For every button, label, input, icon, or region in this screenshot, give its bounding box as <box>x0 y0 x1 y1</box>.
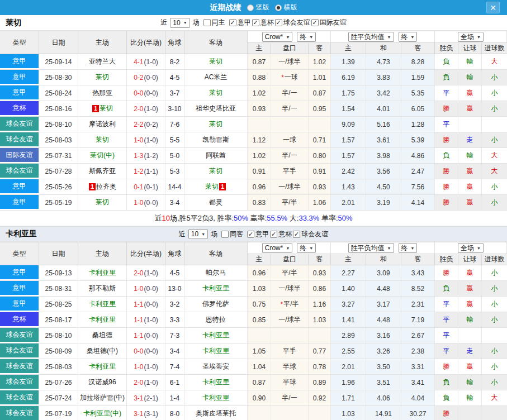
corner-count: 3-10 <box>165 101 184 116</box>
fulltime-score: 1-0 <box>134 285 143 293</box>
league-filter[interactable]: ✓意杯 <box>252 18 274 27</box>
summary-segment: 10 <box>162 214 169 222</box>
home-team: 亚特兰大 <box>78 54 127 69</box>
avg-draw: 4.48 <box>366 281 401 296</box>
result-goals: 小 <box>482 281 507 296</box>
avg-away: 2.38 <box>401 343 435 359</box>
avg-away: 5.35 <box>401 85 435 101</box>
opponent-team-name: 帕尔马 <box>206 268 226 278</box>
col-home: 主场 <box>78 31 127 54</box>
opponent-team-name: 阿联酋 <box>206 151 226 160</box>
league-filter[interactable]: ✓国际友谊 <box>311 18 347 27</box>
layout-radio-horizontal[interactable]: 横版 <box>275 3 297 12</box>
odds-away: 0.87 <box>309 85 331 101</box>
summary-segment: 50% <box>234 214 248 222</box>
league-filter[interactable]: ✓意甲 <box>229 18 251 27</box>
corner-count: 3-2 <box>165 297 184 312</box>
match-row: 球会友谊25-07-24加拉塔萨雷(中)3-1(2-1)1-4卡利亚里0.90半… <box>0 390 507 406</box>
score: 1-2(1-1) <box>127 164 165 179</box>
odds-home: 1.05 <box>248 343 271 359</box>
team2-name: 卡利亚里 <box>0 229 37 239</box>
checkbox-checked-icon[interactable]: ✓ <box>275 19 282 26</box>
radio-selected-icon[interactable] <box>275 4 282 11</box>
result-handicap: 輸 <box>458 390 482 405</box>
league-filter[interactable]: ✓意甲 <box>247 230 269 239</box>
match-type-badge: 意甲 <box>0 179 39 194</box>
checkbox-unchecked-icon[interactable] <box>203 19 211 26</box>
odds-time-select[interactable]: 终 <box>297 32 316 42</box>
away-team: 莱切 <box>184 85 248 101</box>
near-count-select[interactable]: 10 <box>188 229 208 239</box>
odds-home: 0.85 <box>248 312 271 327</box>
match-date: 25-08-10 <box>39 117 78 132</box>
close-button[interactable]: ✕ <box>486 2 500 13</box>
avg-type-select[interactable]: 胜平负均值 <box>348 243 394 253</box>
scope-select[interactable]: 全场 <box>458 32 484 42</box>
checkbox-checked-icon[interactable]: ✓ <box>311 19 319 26</box>
result-win-lose-value: 勝 <box>443 362 450 371</box>
avg-away: 4.14 <box>401 195 435 210</box>
league-filter[interactable]: ✓球会友谊 <box>275 18 310 27</box>
odds-time-select[interactable]: 终 <box>297 243 316 253</box>
result-win-lose: 平 <box>435 312 458 327</box>
checkbox-checked-icon[interactable]: ✓ <box>229 19 236 26</box>
result-win-lose-value: 平 <box>443 331 450 340</box>
match-row: 球会友谊25-07-28斯佩齐亚1-2(1-1)5-3莱切0.91平手0.912… <box>0 164 507 179</box>
col-date: 日期 <box>39 31 78 54</box>
focus-team-name: 卡利亚里 <box>202 393 229 403</box>
match-type-badge: 意甲 <box>0 281 39 296</box>
avg-home: 1.03 <box>331 406 366 420</box>
league-filters: ✓意甲✓意杯✓球会友谊 <box>246 230 328 239</box>
avg-draw: 3.83 <box>366 70 401 85</box>
result-goals-value: 大 <box>491 151 498 160</box>
checkbox-checked-icon[interactable]: ✓ <box>270 231 277 238</box>
result-goals-value: 小 <box>491 198 498 207</box>
home-team: 卡利亚里(中) <box>78 406 127 420</box>
checkbox-checked-icon[interactable]: ✓ <box>293 231 300 238</box>
odds-company-select[interactable]: Crow* <box>262 243 293 253</box>
handicap-line: 半/一 <box>271 85 309 101</box>
away-team: 凯勒雷斯 <box>184 132 248 147</box>
odds-home: 0.91 <box>248 164 271 179</box>
halftime-score: (0-0) <box>144 89 158 97</box>
checkbox-checked-icon[interactable]: ✓ <box>247 231 254 238</box>
same-venue-filter[interactable]: 同主 <box>203 18 225 27</box>
odds-home <box>248 117 271 132</box>
focus-team-name: 卡利亚里 <box>202 346 229 356</box>
near-count-select[interactable]: 10 <box>170 18 189 28</box>
odds-home: 1.03 <box>248 281 271 296</box>
odds-away: 0.78 <box>309 359 331 374</box>
fulltime-score: 1-2 <box>134 168 143 175</box>
score: 1-0(1-0) <box>127 132 165 147</box>
avg-time-select[interactable]: 终 <box>399 243 418 253</box>
checkbox-unchecked-icon[interactable] <box>221 231 229 238</box>
result-handicap: 輸 <box>458 54 482 69</box>
summary-segment: 赢率: <box>248 213 267 223</box>
result-win-lose: 勝 <box>435 359 458 374</box>
corner-count: 1-4 <box>165 390 184 405</box>
halftime-score: (0-0) <box>144 300 158 308</box>
avg-type-select[interactable]: 胜平负均值 <box>348 32 394 42</box>
match-row: 球会友谊25-08-03卡利亚里1-0(1-0)7-4圣埃蒂安1.04半球0.7… <box>0 359 507 375</box>
avg-time-select[interactable]: 终 <box>399 32 418 42</box>
league-filter[interactable]: ✓球会友谊 <box>293 230 328 239</box>
odds-away: 0.95 <box>309 101 331 116</box>
handicap-line: 半/一 <box>271 148 309 163</box>
match-date: 25-08-09 <box>39 343 78 359</box>
result-win-lose-value: 負 <box>443 73 450 82</box>
scope-select[interactable]: 全场 <box>458 243 484 253</box>
opponent-team-name: 桑坦德 <box>92 331 112 340</box>
col-result-handicap: 让球 <box>458 254 482 265</box>
opponent-team-name: 热那亚 <box>92 88 112 98</box>
same-venue-filter[interactable]: 同客 <box>221 230 243 239</box>
checkbox-checked-icon[interactable]: ✓ <box>252 19 259 26</box>
radio-unselected-icon[interactable] <box>247 4 254 11</box>
opponent-team-name: 都灵 <box>209 198 222 207</box>
layout-radio-vertical[interactable]: 竖版 <box>247 3 269 12</box>
team2-filters: 近 10 场 同客 ✓意甲✓意杯✓球会友谊 <box>179 229 328 239</box>
league-filter[interactable]: ✓意杯 <box>270 230 292 239</box>
odds-company-select[interactable]: Crow* <box>262 32 293 42</box>
corner-count: 7-4 <box>165 359 184 374</box>
score: 1-0(0-0) <box>127 195 165 210</box>
result-handicap: 贏 <box>458 85 482 101</box>
